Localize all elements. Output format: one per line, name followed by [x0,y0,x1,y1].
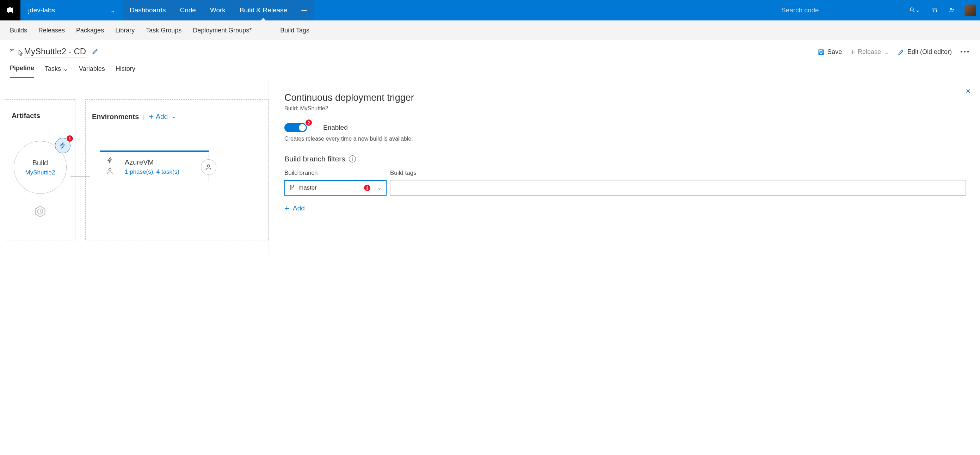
build-branch-label: Build branch [285,170,387,177]
lightning-icon [59,142,67,150]
people-icon[interactable] [943,0,960,21]
ellipsis-icon: ••• [301,7,307,13]
edit-old-button[interactable]: Edit (Old editor) [897,48,952,56]
enabled-toggle-row: 2 Enabled [285,123,966,132]
release-label: Release [858,48,881,56]
search-chevron-down-icon[interactable]: ⌄ [915,7,920,13]
svg-point-1 [950,8,952,10]
build-tags-label: Build tags [390,170,966,177]
search-icon[interactable] [909,7,915,14]
save-label: Save [827,48,842,56]
marketplace-icon[interactable] [926,0,943,21]
enabled-label: Enabled [323,124,348,132]
artifact-name[interactable]: MyShuttle2 [25,169,55,176]
chevron-down-icon: ⌄ [377,185,382,191]
environment-card[interactable]: AzureVM 1 phase(s), 4 task(s) [100,151,209,182]
branch-filters-label: Build branch filters [285,155,345,163]
environment-detail[interactable]: 1 phase(s), 4 task(s) [125,169,199,175]
cursor-icon [18,50,23,57]
lightning-icon [107,157,113,164]
subnav-builds[interactable]: Builds [10,27,27,34]
close-panel-button[interactable]: ✕ [966,88,971,95]
svg-rect-6 [820,52,822,54]
sub-nav: Builds Releases Packages Library Task Gr… [0,21,980,40]
nav-code[interactable]: Code [173,0,203,21]
add-label: Add [156,113,168,121]
top-bar: jdev-labs ⌄ Dashboards Code Work Build &… [0,0,980,21]
subnav-releases[interactable]: Releases [38,27,65,34]
build-branch-badge: 3 [363,184,371,192]
vsts-logo[interactable] [0,0,21,21]
user-avatar[interactable] [964,5,976,16]
svg-rect-2 [11,49,12,50]
subnav-library[interactable]: Library [115,27,135,34]
clock-hex-icon [34,205,46,218]
edit-name-icon[interactable] [92,48,99,56]
subnav-build-tags[interactable]: Build Tags [280,27,309,34]
env-preconditions[interactable] [107,157,113,175]
search-area: ⌄ [775,0,926,21]
body: Artifacts 1 Build MyShuttle2 Environment [0,78,980,255]
subnav-deployment-groups[interactable]: Deployment Groups* [193,27,251,34]
info-icon[interactable]: i [349,156,356,162]
more-actions[interactable]: ••• [960,48,970,56]
top-nav: Dashboards Code Work Build & Release ••• [123,0,314,21]
build-tags-input[interactable] [390,180,966,196]
pencil-icon [897,49,905,56]
artifact-build[interactable]: 1 Build MyShuttle2 [14,141,67,194]
tab-pipeline[interactable]: Pipeline [10,65,34,78]
plus-icon: + [285,204,289,213]
panel-subtitle: Build: MyShuttle2 [285,105,966,112]
cd-trigger-panel: ✕ Continuous deployment trigger Build: M… [269,78,980,255]
subnav-task-groups[interactable]: Task Groups [146,27,181,34]
tab-history[interactable]: History [116,65,135,78]
save-icon [818,49,825,56]
build-branch-dropdown[interactable]: master 3 ⌄ [285,180,387,196]
svg-point-9 [109,169,111,171]
tab-tasks[interactable]: Tasks ⌄ [45,65,68,78]
add-environment-button[interactable]: + Add [149,112,168,122]
top-right-icons [926,0,980,21]
env-postconditions[interactable] [201,159,216,175]
chevron-down-icon: ⌄ [884,48,889,56]
environment-name: AzureVM [125,158,199,166]
vsts-logo-icon [6,6,14,14]
pipeline-tabs: Pipeline Tasks ⌄ Variables History [0,60,980,78]
tab-variables[interactable]: Variables [79,65,105,78]
chevron-down-icon[interactable]: ⌄ [172,113,177,120]
title-actions: Save + Release ⌄ Edit (Old editor) ••• [818,48,970,57]
nav-build-release[interactable]: Build & Release [232,0,294,21]
team-name: jdev-labs [28,6,55,14]
plus-icon: + [149,112,154,122]
team-picker[interactable]: jdev-labs ⌄ [21,0,123,21]
enabled-badge: 2 [305,119,313,127]
svg-point-11 [290,185,291,186]
release-button[interactable]: + Release ⌄ [850,48,889,57]
branch-icon [289,185,295,191]
filter-row: Build branch master 3 ⌄ Build tags [285,170,966,196]
person-icon [107,167,113,175]
cd-trigger-button[interactable]: 1 [55,138,70,153]
svg-point-13 [293,185,294,186]
subnav-packages[interactable]: Packages [76,27,104,34]
nav-dashboards[interactable]: Dashboards [123,0,173,21]
svg-point-0 [910,8,913,11]
nav-work[interactable]: Work [203,0,232,21]
person-icon [205,164,212,170]
toggle-knob [299,124,306,131]
enabled-description: Creates release every time a new build i… [285,136,966,142]
nav-more[interactable]: ••• [294,0,314,21]
add-filter-label: Add [293,204,305,212]
svg-rect-5 [820,50,822,51]
svg-rect-3 [13,49,14,50]
add-filter-button[interactable]: + Add [285,204,966,213]
schedule-button[interactable] [32,204,48,219]
enabled-toggle[interactable] [285,123,307,132]
branch-filters-title: Build branch filters i [285,155,966,163]
search-input[interactable] [781,6,909,14]
chevron-down-icon: ⌄ [63,65,68,73]
cd-trigger-badge: 1 [66,135,74,142]
release-name[interactable]: MyShuttle2 - CD [24,46,86,57]
artifact-type: Build [32,159,48,167]
save-button[interactable]: Save [818,48,842,56]
